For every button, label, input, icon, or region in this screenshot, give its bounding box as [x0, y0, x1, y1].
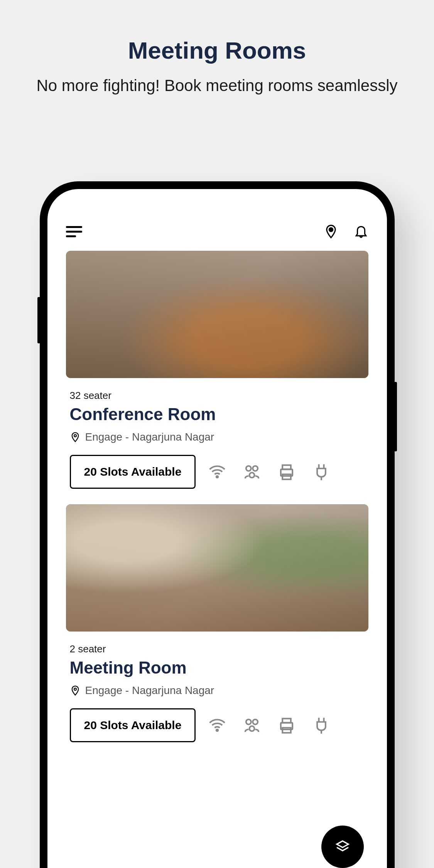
- promo-title: Meeting Rooms: [15, 37, 419, 64]
- phone-button: [395, 382, 397, 451]
- svg-point-0: [329, 228, 333, 232]
- plug-icon: [311, 715, 331, 735]
- svg-rect-8: [283, 475, 291, 480]
- slots-button[interactable]: 20 Slots Available: [70, 455, 196, 489]
- svg-point-12: [253, 719, 258, 724]
- slots-button[interactable]: 20 Slots Available: [70, 708, 196, 742]
- room-name: Meeting Room: [70, 658, 365, 677]
- svg-point-5: [250, 473, 255, 478]
- pin-icon: [70, 685, 81, 696]
- header-actions: [324, 224, 368, 239]
- team-icon: [242, 715, 262, 735]
- room-info: 2 seater Meeting Room Engage - Nagarjuna…: [66, 632, 368, 742]
- seater-label: 32 seater: [70, 390, 365, 402]
- svg-point-11: [246, 719, 251, 724]
- room-info: 32 seater Conference Room Engage - Nagar…: [66, 378, 368, 489]
- room-location: Engage - Nagarjuna Nagar: [70, 684, 365, 697]
- room-name: Conference Room: [70, 405, 365, 424]
- svg-rect-16: [283, 728, 291, 733]
- room-list[interactable]: 32 seater Conference Room Engage - Nagar…: [47, 251, 387, 742]
- wifi-icon: [207, 462, 227, 482]
- promo-header: Meeting Rooms No more fighting! Book mee…: [0, 0, 434, 97]
- svg-rect-7: [283, 465, 291, 469]
- room-image: [66, 251, 368, 378]
- printer-icon: [277, 462, 297, 482]
- room-image: [66, 504, 368, 632]
- printer-icon: [277, 715, 297, 735]
- location-text: Engage - Nagarjuna Nagar: [85, 684, 214, 697]
- room-footer: 20 Slots Available: [70, 708, 365, 742]
- phone-button: [37, 297, 40, 343]
- svg-point-3: [246, 466, 251, 471]
- amenities: [207, 715, 364, 735]
- promo-subtitle: No more fighting! Book meeting rooms sea…: [15, 75, 419, 97]
- app-screen: 32 seater Conference Room Engage - Nagar…: [47, 189, 387, 868]
- pin-icon: [70, 432, 81, 442]
- svg-point-2: [216, 476, 218, 478]
- svg-point-10: [216, 730, 218, 731]
- wifi-icon: [207, 715, 227, 735]
- svg-point-4: [253, 466, 258, 471]
- phone-frame: 32 seater Conference Room Engage - Nagar…: [40, 181, 395, 868]
- team-icon: [242, 462, 262, 482]
- room-card[interactable]: 32 seater Conference Room Engage - Nagar…: [66, 251, 368, 489]
- app-header: [47, 212, 387, 251]
- amenities: [207, 462, 364, 482]
- location-text: Engage - Nagarjuna Nagar: [85, 431, 214, 443]
- layers-icon: [335, 839, 350, 854]
- bell-icon[interactable]: [354, 224, 368, 239]
- room-footer: 20 Slots Available: [70, 455, 365, 489]
- room-card[interactable]: 2 seater Meeting Room Engage - Nagarjuna…: [66, 504, 368, 742]
- svg-point-13: [250, 726, 255, 731]
- svg-rect-15: [283, 719, 291, 723]
- location-icon[interactable]: [324, 224, 338, 239]
- plug-icon: [311, 462, 331, 482]
- svg-point-9: [74, 688, 76, 691]
- room-location: Engage - Nagarjuna Nagar: [70, 431, 365, 443]
- seater-label: 2 seater: [70, 643, 365, 655]
- svg-point-1: [74, 435, 76, 437]
- menu-icon[interactable]: [66, 226, 82, 237]
- fab-button[interactable]: [321, 826, 364, 868]
